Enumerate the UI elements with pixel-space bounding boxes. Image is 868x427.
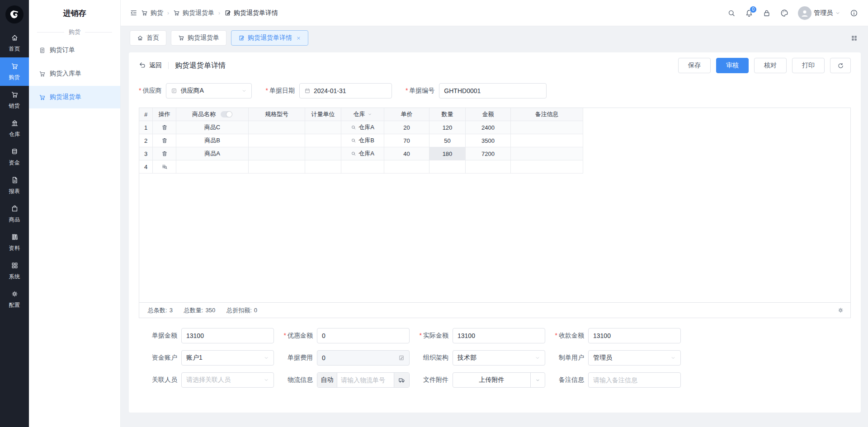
sidebar-item-home[interactable]: 首页 bbox=[0, 29, 29, 57]
delete-row-button[interactable] bbox=[153, 134, 176, 147]
bill-no-input[interactable] bbox=[444, 87, 542, 94]
back-button[interactable]: 返回 bbox=[139, 61, 162, 70]
refresh-button[interactable] bbox=[830, 58, 851, 73]
bill-fee-label: 单据费用 bbox=[274, 354, 313, 362]
unit-cell bbox=[305, 134, 341, 147]
breadcrumb-purchase-return[interactable]: 购货退货单 bbox=[173, 9, 214, 17]
sidebar-item-funds[interactable]: 资金 bbox=[0, 143, 29, 171]
name-toggle-switch[interactable] bbox=[221, 111, 232, 117]
apps-grid-icon[interactable] bbox=[850, 34, 858, 42]
discount-input[interactable] bbox=[322, 332, 405, 339]
close-icon[interactable] bbox=[296, 36, 301, 41]
breadcrumb: 购货 › 购货退货单 › 购货退货单详情 bbox=[141, 9, 278, 17]
total-discount-value: 0 bbox=[254, 307, 257, 314]
lock-icon[interactable] bbox=[763, 9, 771, 17]
fund-account-field: 资金账户 账户1 bbox=[139, 350, 274, 366]
tab-home[interactable]: 首页 bbox=[130, 30, 166, 46]
submenu-item-purchase-return[interactable]: 购货退货单 bbox=[29, 86, 120, 108]
unit-cell bbox=[305, 121, 341, 134]
logistics-truck-button[interactable] bbox=[394, 373, 409, 387]
info-icon[interactable] bbox=[850, 9, 858, 17]
tab-purchase-return[interactable]: 购货退货单 bbox=[171, 30, 226, 46]
home-icon bbox=[11, 34, 19, 43]
menu-fold-icon[interactable] bbox=[130, 9, 137, 17]
col-warehouse[interactable]: 仓库 bbox=[341, 108, 384, 121]
related-person-select[interactable]: 请选择关联人员 bbox=[181, 372, 274, 388]
col-label: 商品名称 bbox=[192, 110, 216, 118]
trash-icon bbox=[161, 137, 168, 144]
notification-bell-icon[interactable]: 0 bbox=[745, 9, 753, 17]
discount-input-wrap bbox=[317, 328, 410, 343]
sidebar-item-label: 资料 bbox=[9, 244, 20, 252]
sidebar-item-data[interactable]: 资料 bbox=[0, 228, 29, 257]
submenu-item-purchase-order[interactable]: 购货订单 bbox=[29, 39, 120, 61]
col-label: 仓库 bbox=[354, 110, 365, 118]
tab-return-detail[interactable]: 购货退货单详情 bbox=[231, 30, 308, 46]
tab-label: 购货退货单 bbox=[188, 34, 219, 42]
warehouse-value: 仓库A bbox=[359, 150, 374, 158]
sidebar-item-goods[interactable]: 商品 bbox=[0, 200, 29, 228]
creator-select[interactable]: 管理员 bbox=[588, 350, 681, 366]
attachment-dropdown-button[interactable] bbox=[530, 373, 545, 387]
footer-form: 单据金额 优惠金额 实际金额 收款金额 bbox=[139, 328, 851, 394]
theme-palette-icon[interactable] bbox=[780, 9, 788, 17]
header-form: 供应商 供应商A 单据日期 2024-01-31 单据编号 bbox=[139, 83, 851, 99]
tab-label: 首页 bbox=[146, 34, 159, 42]
save-button[interactable]: 保存 bbox=[678, 58, 711, 73]
order-doc-icon bbox=[39, 47, 46, 54]
warehouse-value: 仓库A bbox=[359, 123, 374, 131]
header-actions: 0 管理员 bbox=[727, 6, 858, 20]
sidebar-item-reports[interactable]: 报表 bbox=[0, 171, 29, 200]
search-icon[interactable] bbox=[727, 9, 736, 17]
cart-out-icon bbox=[11, 91, 19, 100]
warehouse-cell[interactable]: 仓库A bbox=[341, 147, 384, 160]
table-row: 4 bbox=[139, 160, 583, 174]
amount-cell bbox=[466, 160, 511, 174]
logistics-auto-button[interactable]: 自动 bbox=[317, 373, 337, 387]
fund-account-select[interactable]: 账户1 bbox=[181, 350, 274, 366]
note-cell bbox=[511, 134, 583, 147]
delete-row-button[interactable] bbox=[153, 121, 176, 134]
app-title: 进销存 bbox=[29, 0, 120, 26]
sidebar-item-config[interactable]: 配置 bbox=[0, 285, 29, 314]
sidebar-item-label: 系统 bbox=[9, 273, 20, 281]
select-product-button[interactable] bbox=[153, 160, 176, 174]
sidebar-item-label: 首页 bbox=[9, 45, 20, 53]
bill-date-picker[interactable]: 2024-01-31 bbox=[299, 83, 392, 99]
bill-amount-input[interactable] bbox=[186, 332, 269, 339]
received-amount-input-wrap bbox=[588, 328, 681, 343]
warehouse-cell[interactable]: 仓库A bbox=[341, 121, 384, 134]
price-cell: 70 bbox=[384, 134, 429, 147]
chevron-down-icon bbox=[535, 378, 540, 383]
received-amount-input[interactable] bbox=[593, 332, 676, 339]
sidebar-item-warehouse[interactable]: 仓库 bbox=[0, 114, 29, 143]
remark-input[interactable] bbox=[593, 376, 676, 384]
submenu-group-label: 购货 bbox=[29, 26, 120, 38]
supplier-select[interactable]: 供应商A bbox=[166, 83, 252, 99]
breadcrumb-purchase[interactable]: 购货 bbox=[141, 9, 163, 17]
warehouse-cell[interactable]: 仓库B bbox=[341, 134, 384, 147]
submenu-item-purchase-inbound[interactable]: 购货入库单 bbox=[29, 62, 120, 85]
total-qty: 总数量:350 bbox=[182, 306, 215, 314]
org-select[interactable]: 技术部 bbox=[453, 350, 545, 366]
actual-amount-input[interactable] bbox=[458, 332, 540, 339]
edit-icon[interactable] bbox=[398, 355, 405, 361]
sidebar-item-purchase[interactable]: 购货 bbox=[0, 57, 29, 86]
print-button[interactable]: 打印 bbox=[792, 58, 825, 73]
spec-cell bbox=[249, 121, 305, 134]
bill-no-field: 单据编号 bbox=[406, 83, 547, 99]
audit-button[interactable]: 审核 bbox=[716, 58, 749, 73]
sidebar-item-system[interactable]: 系统 bbox=[0, 257, 29, 285]
delete-row-button[interactable] bbox=[153, 147, 176, 160]
user-menu[interactable]: 管理员 bbox=[798, 6, 840, 20]
app-logo[interactable] bbox=[0, 0, 29, 29]
chevron-down-icon bbox=[670, 355, 676, 361]
total-qty-value: 350 bbox=[205, 307, 215, 314]
org-value: 技术部 bbox=[458, 354, 476, 362]
sidebar-item-sales[interactable]: 销货 bbox=[0, 86, 29, 114]
verify-button[interactable]: 核对 bbox=[754, 58, 787, 73]
table-settings-gear-icon[interactable] bbox=[837, 307, 844, 314]
upload-attachment-button[interactable]: 上传附件 bbox=[453, 376, 530, 384]
chevron-down-icon bbox=[535, 355, 540, 361]
logistics-input[interactable] bbox=[341, 376, 390, 384]
